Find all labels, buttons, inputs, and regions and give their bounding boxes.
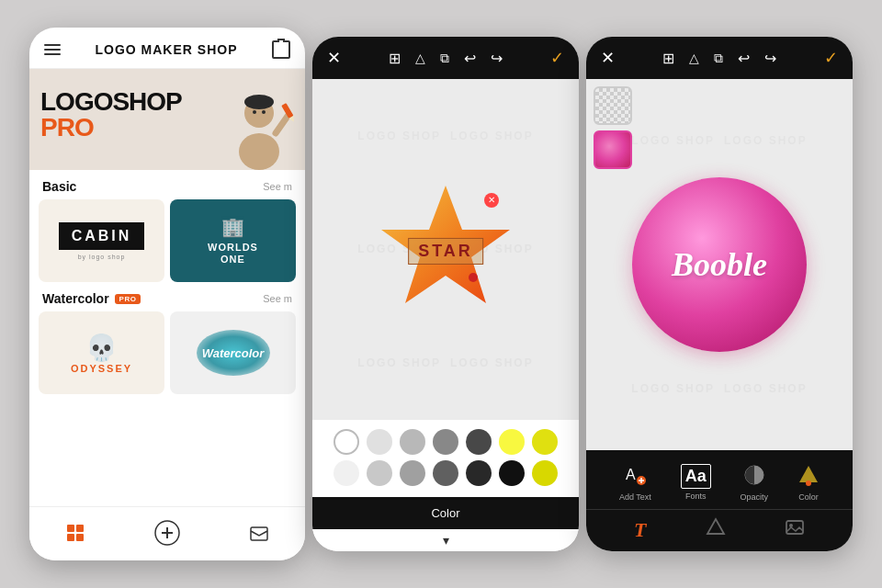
p2-close-icon[interactable]: ✕ xyxy=(327,48,341,68)
promo-person xyxy=(222,87,296,170)
p2-layers-icon[interactable]: ⊞ xyxy=(389,50,401,67)
color-icon xyxy=(797,464,820,490)
p2-undo-icon[interactable]: ↩ xyxy=(464,50,476,67)
p3-side-panel xyxy=(594,86,632,169)
svg-text:A: A xyxy=(626,467,636,482)
p2-redo-icon[interactable]: ↪ xyxy=(491,50,503,67)
svg-rect-11 xyxy=(76,534,84,541)
p3-shape-icon[interactable] xyxy=(706,517,726,542)
worlds-building-icon: 🏢 xyxy=(221,216,244,238)
p3-check-icon[interactable]: ✓ xyxy=(824,48,838,68)
color-row-2 xyxy=(320,460,571,486)
hamburger-icon[interactable] xyxy=(44,44,61,55)
phones-container: LOGO MAKER SHOP LOGOSHOP PRO xyxy=(0,0,882,588)
color-swatch-4[interactable] xyxy=(466,429,492,455)
p3-redo-icon[interactable]: ↪ xyxy=(764,50,776,67)
color-swatch-3[interactable] xyxy=(433,429,458,455)
p3-tools-row: A Add Text Aa Fonts xyxy=(586,459,853,509)
cabin-text: CABIN xyxy=(59,222,145,250)
color-swatch-transparent[interactable] xyxy=(334,429,359,455)
header-inbox-icon[interactable] xyxy=(272,40,290,59)
watercolor-logo-card[interactable]: Watercolor xyxy=(170,311,296,394)
star-close-button[interactable]: ✕ xyxy=(484,193,499,208)
p3-triangle-icon[interactable]: △ xyxy=(689,51,699,65)
p3-bottom-panel: A Add Text Aa Fonts xyxy=(586,450,853,551)
p1-header: LOGO MAKER SHOP xyxy=(29,28,305,69)
p3-canvas[interactable]: LOGO SHOP LOGO SHOP LOGO SHOP LOGO SHOP … xyxy=(586,79,853,450)
fonts-icon: Aa xyxy=(681,464,711,489)
color-swatch-9[interactable] xyxy=(466,460,492,486)
nav-grid-icon[interactable] xyxy=(59,516,92,549)
svg-marker-24 xyxy=(707,519,724,534)
p3-thumb-transparent[interactable] xyxy=(594,86,632,125)
nav-add-icon[interactable] xyxy=(151,516,184,549)
worlds-text: WORLDS ONE xyxy=(208,242,258,266)
opacity-icon xyxy=(743,464,765,490)
svg-point-4 xyxy=(262,110,266,114)
color-swatch-5[interactable] xyxy=(334,460,359,486)
fonts-tool[interactable]: Aa Fonts xyxy=(681,464,711,501)
color-swatch-yellow-2[interactable] xyxy=(532,429,558,455)
booble-circle[interactable]: Booble xyxy=(632,177,807,352)
color-swatch-black[interactable] xyxy=(499,460,525,486)
color-swatch-8[interactable] xyxy=(433,460,458,486)
booble-text: Booble xyxy=(672,245,767,284)
star-label: STAR xyxy=(408,237,483,264)
p3-header: ✕ ⊞ △ ⧉ ↩ ↪ ✓ xyxy=(586,37,853,79)
color-chevron[interactable]: ▾ xyxy=(312,529,579,551)
add-text-tool[interactable]: A Add Text xyxy=(619,463,651,502)
color-swatch-yellow-1[interactable] xyxy=(499,429,525,455)
p3-copy-icon[interactable]: ⧉ xyxy=(714,51,723,66)
pro-badge: PRO xyxy=(115,294,141,304)
color-swatch-7[interactable] xyxy=(400,460,425,486)
watercolor-title: Watercolor xyxy=(42,291,109,306)
fonts-label: Fonts xyxy=(685,492,707,501)
nav-inbox-icon[interactable] xyxy=(243,516,276,549)
svg-point-23 xyxy=(806,481,811,486)
app-title: LOGO MAKER SHOP xyxy=(95,42,237,57)
svg-point-3 xyxy=(253,110,256,114)
color-panel xyxy=(312,420,579,497)
svg-rect-25 xyxy=(786,521,803,534)
p2-copy-icon[interactable]: ⧉ xyxy=(440,51,449,66)
svg-rect-9 xyxy=(76,525,84,532)
p2-canvas[interactable]: LOGO SHOP LOGO SHOP LOGO SHOP LOGO SHOP … xyxy=(312,79,579,420)
p3-thumb-pink[interactable] xyxy=(594,130,632,169)
phone-1: LOGO MAKER SHOP LOGOSHOP PRO xyxy=(29,28,305,560)
p3-close-icon[interactable]: ✕ xyxy=(601,48,615,68)
odyssey-logo-card[interactable]: 💀 ODYSSEY xyxy=(39,311,164,394)
p2-triangle-icon[interactable]: △ xyxy=(415,51,425,65)
watercolor-section-header: Watercolor PRO See m xyxy=(29,289,305,311)
svg-rect-8 xyxy=(67,525,74,532)
star-dot[interactable] xyxy=(469,273,478,282)
add-text-label: Add Text xyxy=(619,492,651,502)
color-swatch-1[interactable] xyxy=(367,429,392,455)
watercolor-title-row: Watercolor PRO xyxy=(42,291,141,306)
svg-rect-6 xyxy=(281,103,293,119)
odyssey-text: ODYSSEY xyxy=(71,363,132,374)
svg-line-5 xyxy=(276,115,288,133)
star-element[interactable]: STAR ✕ xyxy=(372,176,519,323)
promo-banner[interactable]: LOGOSHOP PRO xyxy=(29,69,305,170)
color-tool[interactable]: Color xyxy=(797,464,820,502)
svg-rect-10 xyxy=(67,534,74,541)
p2-check-icon[interactable]: ✓ xyxy=(550,48,564,68)
color-label: Color xyxy=(798,492,819,502)
cabin-logo-card[interactable]: CABIN by logo shop xyxy=(39,199,164,282)
watercolor-see-more[interactable]: See m xyxy=(263,293,292,304)
promo-text: LOGOSHOP PRO xyxy=(40,89,182,141)
color-swatch-yellow-3[interactable] xyxy=(532,460,558,486)
basic-see-more[interactable]: See m xyxy=(263,181,292,192)
opacity-tool[interactable]: Opacity xyxy=(741,464,769,502)
p3-layers-icon[interactable]: ⊞ xyxy=(662,50,674,67)
color-row-1 xyxy=(320,429,571,455)
worlds-logo-card[interactable]: 🏢 WORLDS ONE xyxy=(170,199,296,282)
color-swatch-6[interactable] xyxy=(367,460,392,486)
color-swatch-2[interactable] xyxy=(400,429,425,455)
p3-undo-icon[interactable]: ↩ xyxy=(738,50,750,67)
svg-point-0 xyxy=(239,133,279,170)
svg-marker-22 xyxy=(799,466,818,482)
p3-image-icon[interactable] xyxy=(785,517,805,542)
p3-text-icon[interactable]: T xyxy=(634,518,646,542)
bottom-nav xyxy=(29,506,305,560)
